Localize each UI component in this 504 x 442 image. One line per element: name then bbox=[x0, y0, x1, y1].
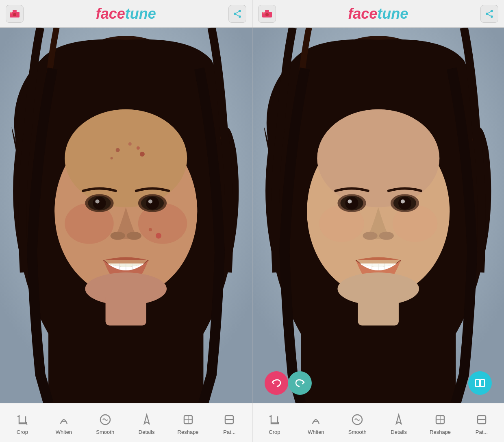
share-icon-right bbox=[484, 9, 494, 19]
svg-point-52 bbox=[345, 196, 358, 209]
svg-point-23 bbox=[146, 196, 159, 209]
tool-whiten-right[interactable]: Whiten bbox=[302, 412, 330, 435]
photo-area-right bbox=[252, 28, 504, 403]
svg-point-24 bbox=[148, 199, 152, 203]
svg-rect-42 bbox=[265, 10, 269, 12]
panels-container: facetune bbox=[0, 0, 504, 442]
app-title-right: facetune bbox=[348, 5, 408, 22]
svg-point-15 bbox=[156, 233, 161, 239]
details-icon-left bbox=[139, 412, 154, 427]
title-tune-left: tune bbox=[125, 5, 156, 22]
left-header: facetune bbox=[0, 0, 252, 28]
tool-patch-left[interactable]: Pat... bbox=[215, 412, 243, 435]
svg-point-25 bbox=[111, 232, 125, 240]
share-button-right[interactable] bbox=[480, 5, 498, 23]
svg-rect-64 bbox=[358, 293, 398, 325]
title-face-left: face bbox=[96, 5, 125, 22]
redo-button[interactable] bbox=[288, 371, 312, 395]
whiten-icon-left bbox=[56, 412, 72, 427]
tool-crop-left[interactable]: Crop bbox=[8, 412, 37, 435]
compare-icon bbox=[474, 377, 486, 389]
svg-point-8 bbox=[116, 148, 120, 152]
after-portrait bbox=[252, 28, 504, 403]
camera-button-right[interactable] bbox=[258, 5, 276, 23]
right-panel: facetune bbox=[252, 0, 504, 442]
svg-rect-65 bbox=[476, 379, 480, 387]
svg-marker-69 bbox=[396, 415, 401, 424]
tool-smooth-right[interactable]: Smooth bbox=[343, 412, 371, 435]
tool-details-left[interactable]: Details bbox=[133, 412, 161, 435]
tool-whiten-left[interactable]: Whiten bbox=[50, 412, 78, 435]
compare-button[interactable] bbox=[468, 371, 492, 395]
svg-rect-31 bbox=[106, 293, 146, 325]
crop-icon-right bbox=[267, 412, 282, 427]
svg-rect-2 bbox=[13, 10, 17, 12]
svg-rect-43 bbox=[263, 12, 265, 13]
svg-point-7 bbox=[65, 109, 187, 207]
svg-marker-34 bbox=[144, 415, 149, 424]
svg-point-20 bbox=[95, 199, 99, 203]
svg-point-47 bbox=[317, 109, 439, 207]
svg-point-57 bbox=[400, 199, 404, 203]
patch-icon-left bbox=[222, 412, 237, 427]
reshape-label-left: Reshape bbox=[178, 429, 199, 435]
reshape-icon-left bbox=[180, 412, 196, 427]
title-tune-right: tune bbox=[377, 5, 408, 22]
undo-button[interactable] bbox=[265, 371, 288, 395]
smooth-label-right: Smooth bbox=[348, 429, 367, 435]
whiten-label-left: Whiten bbox=[56, 429, 72, 435]
crop-label-left: Crop bbox=[17, 429, 28, 435]
smooth-icon-right bbox=[350, 412, 365, 427]
svg-point-41 bbox=[265, 13, 269, 16]
reshape-icon-right bbox=[432, 412, 448, 427]
patch-label-right: Pat... bbox=[476, 429, 488, 435]
svg-point-1 bbox=[13, 13, 16, 16]
smooth-label-left: Smooth bbox=[96, 429, 114, 435]
svg-point-58 bbox=[363, 232, 377, 240]
whiten-icon-right bbox=[308, 412, 324, 427]
photo-area-left bbox=[0, 28, 252, 403]
redo-icon bbox=[294, 377, 306, 389]
details-label-right: Details bbox=[391, 429, 407, 435]
reshape-label-right: Reshape bbox=[430, 429, 451, 435]
toolbar-right: Crop Whiten bbox=[252, 403, 504, 442]
title-face-right: face bbox=[348, 5, 377, 22]
svg-point-56 bbox=[398, 196, 411, 209]
tool-smooth-left[interactable]: Smooth bbox=[91, 412, 119, 435]
before-portrait bbox=[0, 28, 252, 403]
whiten-label-right: Whiten bbox=[308, 429, 324, 435]
right-header: facetune bbox=[252, 0, 504, 28]
details-icon-right bbox=[391, 412, 406, 427]
patch-icon-right bbox=[474, 412, 489, 427]
share-icon-left bbox=[232, 9, 242, 19]
crop-label-right: Crop bbox=[269, 429, 280, 435]
tool-reshape-right[interactable]: Reshape bbox=[426, 412, 454, 435]
left-panel: facetune bbox=[0, 0, 252, 442]
app-title-left: facetune bbox=[96, 5, 156, 22]
smooth-icon-left bbox=[98, 412, 113, 427]
share-button-left[interactable] bbox=[228, 5, 246, 23]
camera-button-left[interactable] bbox=[6, 5, 24, 23]
patch-label-left: Pat... bbox=[223, 429, 235, 435]
svg-rect-66 bbox=[480, 379, 484, 387]
details-label-left: Details bbox=[139, 429, 155, 435]
svg-point-10 bbox=[140, 152, 145, 157]
svg-point-26 bbox=[127, 232, 141, 240]
crop-icon-left bbox=[15, 412, 30, 427]
svg-point-53 bbox=[348, 199, 352, 203]
svg-point-12 bbox=[137, 146, 140, 150]
action-buttons-overlay bbox=[252, 371, 504, 395]
svg-point-19 bbox=[93, 196, 106, 209]
toolbar-left: Crop Whiten bbox=[0, 403, 252, 442]
svg-point-59 bbox=[379, 232, 393, 240]
svg-point-16 bbox=[149, 228, 152, 231]
camera-icon-right bbox=[262, 10, 272, 18]
tool-crop-right[interactable]: Crop bbox=[260, 412, 289, 435]
undo-icon bbox=[271, 377, 282, 389]
tool-details-right[interactable]: Details bbox=[385, 412, 413, 435]
svg-rect-3 bbox=[10, 12, 12, 13]
svg-point-11 bbox=[111, 157, 113, 159]
tool-reshape-left[interactable]: Reshape bbox=[174, 412, 202, 435]
tool-patch-right[interactable]: Pat... bbox=[467, 412, 496, 435]
svg-point-9 bbox=[128, 142, 132, 146]
